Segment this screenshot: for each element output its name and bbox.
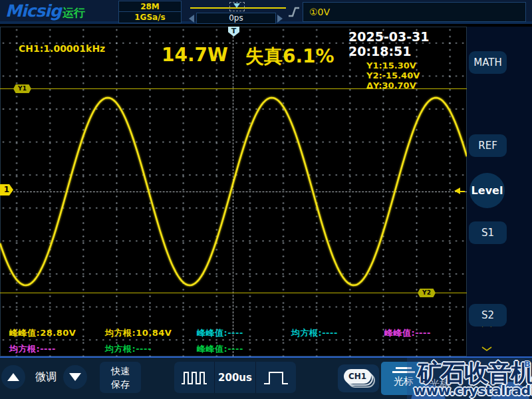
run-status[interactable]: 运行 (63, 5, 85, 21)
measurement-ch2-pkpk: 峰峰值:---- (197, 327, 243, 339)
cursor-label: 光标 (381, 375, 426, 388)
measurement-value: 28.80V (40, 328, 76, 338)
cursor-y2-tag[interactable]: Y2 (418, 289, 436, 297)
channel-select-button[interactable]: CH1 (338, 364, 379, 392)
datetime-display: 2025-03-31 20:18:51 (348, 29, 467, 59)
measurement-value: ---- (136, 344, 152, 354)
cursor-y2-line[interactable] (0, 293, 467, 293)
window-position-icon (233, 3, 240, 8)
measurement-value: ---- (40, 344, 56, 354)
measurement-ch4-pkpk: 峰峰值:---- (197, 343, 243, 355)
compressed-pulses-icon (181, 369, 207, 386)
measurement-value: ---- (227, 344, 243, 354)
measurement-label: 均方根: (105, 328, 136, 338)
measurement-label: 均方根: (9, 344, 40, 354)
cursor-readout: Y1:15.30V Y2:-15.40V ΔY:30.70V (366, 61, 420, 90)
measurement-label: 峰峰值: (9, 328, 40, 338)
fine-tune-up-button[interactable] (1, 365, 25, 389)
fine-tune-down-button[interactable] (63, 365, 87, 389)
measurement-ch3-pkpk: 峰峰值:---- (384, 327, 431, 339)
cursor-y2-value: Y2:-15.40V (366, 70, 420, 80)
cursor-y1-value: Y1:15.30V (366, 61, 420, 70)
measurement-label: 均方根: (105, 344, 136, 354)
top-status-bar: Micsig 运行 28M 1GSa/s 0ps ①0V (0, 0, 532, 24)
measurement-value: ---- (322, 328, 338, 338)
measurement-ch4-rms: 均方根:---- (105, 343, 152, 355)
acquisition-info-box[interactable]: 28M 1GSa/s (118, 1, 182, 23)
measurement-label: 峰峰值: (197, 328, 227, 338)
s2-button[interactable]: S2 (469, 304, 507, 327)
wide-pulse-icon (263, 369, 289, 386)
s1-button[interactable]: S1 (469, 221, 507, 244)
memory-window-marker[interactable] (229, 2, 245, 11)
watermark-circle (491, 382, 529, 399)
triangle-up-icon (7, 373, 19, 381)
ch1-frequency-readout: CH1:1.00001kHz (19, 43, 105, 54)
cursor-button[interactable]: 光标 (381, 362, 426, 395)
cursor-lines-icon (392, 371, 415, 373)
measurement-label: 峰峰值: (197, 344, 227, 354)
level-button[interactable]: Level (469, 173, 505, 208)
horizontal-position[interactable]: 0ps (196, 13, 276, 24)
math-readout: 14.7W 失真6.1% (162, 44, 334, 69)
measurement-ch1-pkpk: 峰峰值:28.80V (9, 327, 76, 339)
measurement-label: 峰峰值: (384, 328, 415, 338)
cursor-y1-tag[interactable]: Y1 (13, 84, 31, 93)
cursor-y1-line[interactable] (0, 88, 467, 89)
measurement-value: ---- (227, 328, 243, 338)
quick-save-line2: 保存 (100, 378, 141, 391)
timebase-zoom-out-button[interactable] (174, 362, 214, 393)
right-sidebar: MATH REF Level S1 S2 (467, 27, 532, 356)
cursor-lines-icon (396, 367, 412, 369)
power-value: 14.7W (162, 44, 228, 69)
cursor-secondary-label[interactable]: 光标 (430, 378, 450, 390)
trigger-slope-icon[interactable] (288, 5, 300, 19)
measurement-value: ---- (415, 328, 431, 338)
timebase-zoom-in-button[interactable] (256, 362, 296, 393)
ref-button[interactable]: REF (469, 134, 507, 157)
bottom-toolbar: 微调 快速 保存 200us CH (0, 356, 532, 399)
quick-save-line1: 快速 (100, 364, 141, 378)
quick-save-button[interactable]: 快速 保存 (100, 362, 141, 393)
sample-rate: 1GSa/s (119, 12, 181, 23)
trigger-level-tail (460, 191, 465, 192)
measurement-label: 均方根: (291, 328, 322, 338)
trigger-level-marker[interactable] (454, 188, 465, 195)
timebase-value[interactable]: 200us (215, 362, 255, 393)
chevron-down-icon (481, 346, 492, 351)
level-label: Level (471, 184, 503, 197)
memory-depth: 28M (119, 1, 181, 12)
fine-tune-label: 微调 (31, 370, 61, 384)
oscilloscope-screen: Micsig 运行 28M 1GSa/s 0ps ①0V T CH1:1.000… (0, 0, 532, 399)
measurement-value: 10.84V (136, 328, 172, 338)
timebase-control-group: 200us (174, 362, 296, 393)
math-button[interactable]: MATH (469, 51, 507, 74)
measurement-ch3-rms: 均方根:---- (9, 343, 56, 355)
pan-right-icon[interactable] (277, 15, 283, 23)
measurement-ch2-rms: 均方根:---- (291, 327, 338, 339)
watermark-badge: B (524, 359, 531, 369)
micsig-logo: Micsig (5, 1, 61, 21)
trigger-source-level[interactable]: ①0V (303, 2, 526, 22)
pan-left-icon[interactable] (189, 15, 194, 23)
triangle-down-icon (69, 373, 81, 381)
distortion-value: 失真6.1% (245, 44, 334, 69)
channel-badge: CH1 (344, 369, 371, 384)
measurement-ch1-rms: 均方根:10.84V (105, 327, 172, 339)
waveform-display-area[interactable]: T CH1:1.00001kHz 14.7W 失真6.1% 2025-03-31… (0, 27, 467, 356)
